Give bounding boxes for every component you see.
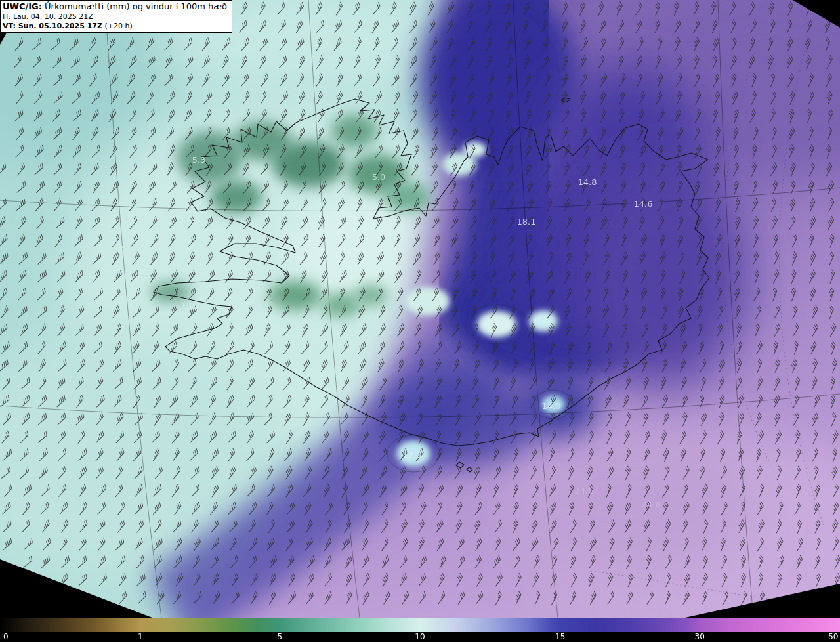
colorbar-tick: 50 — [828, 632, 838, 641]
precipitation-wind-field — [0, 0, 840, 618]
colorbar: 01510153050 — [0, 618, 840, 642]
valid-time: VT: Sun. 05.10.2025 17Z — [3, 22, 102, 30]
chart-title: UWC/IG: Úrkomumætti (mm) og vindur í 100… — [3, 1, 227, 12]
title-text: Úrkomumætti (mm) og vindur í 100m hæð — [42, 1, 227, 11]
colorbar-gradient — [0, 618, 840, 632]
colorbar-ticks: 01510153050 — [0, 632, 840, 642]
colorbar-tick: 15 — [555, 632, 565, 641]
valid-time-line: VT: Sun. 05.10.2025 17Z (+20 h) — [3, 22, 227, 31]
weather-chart-screen: 14.35.35.014.814.618.112.45.613.322.414.… — [0, 0, 840, 642]
title-box: UWC/IG: Úrkomumætti (mm) og vindur í 100… — [0, 0, 232, 33]
colorbar-tick: 30 — [695, 632, 705, 641]
colorbar-tick: 10 — [415, 632, 425, 641]
model-label: UWC/IG: — [3, 1, 42, 11]
init-time: IT: Lau. 04. 10. 2025 21Z — [3, 12, 227, 22]
colorbar-tick: 0 — [3, 632, 9, 641]
colorbar-tick: 5 — [277, 632, 282, 641]
weather-map: 14.35.35.014.814.618.112.45.613.322.414.… — [0, 0, 840, 618]
lead-time: (+20 h) — [102, 22, 133, 30]
colorbar-tick: 1 — [138, 632, 143, 641]
